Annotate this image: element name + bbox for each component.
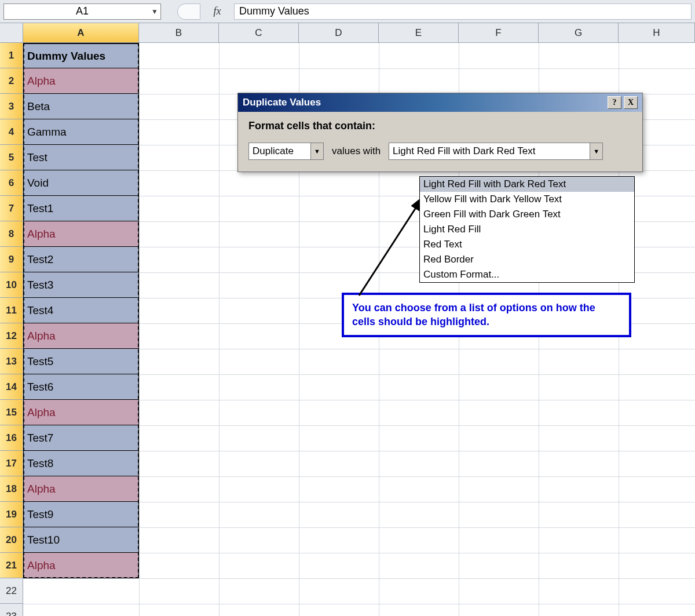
column-header-b[interactable]: B xyxy=(139,23,219,42)
cell-a6[interactable]: Void xyxy=(23,170,139,196)
cell-a2[interactable]: Alpha xyxy=(23,68,139,94)
cell-a12[interactable]: Alpha xyxy=(23,323,139,349)
column-header-c[interactable]: C xyxy=(219,23,299,42)
row-header-20[interactable]: 20 xyxy=(0,527,23,553)
format-option[interactable]: Red Border xyxy=(420,252,634,267)
select-all-corner[interactable] xyxy=(0,23,23,43)
format-option[interactable]: Green Fill with Dark Green Text xyxy=(420,207,634,222)
formula-bar-value: Dummy Values xyxy=(239,5,309,17)
row-header-5[interactable]: 5 xyxy=(0,145,23,170)
combo-type-value: Duplicate xyxy=(253,145,294,157)
cell-a7[interactable]: Test1 xyxy=(23,196,139,221)
formula-bar-row: A1 ▼ fx Dummy Values xyxy=(0,0,695,23)
duplicate-type-combo[interactable]: Duplicate ▼ xyxy=(248,143,324,160)
dialog-label-valueswith: values with xyxy=(332,145,381,157)
row-header-1[interactable]: 1 xyxy=(0,43,23,68)
cell-a5[interactable]: Test xyxy=(23,145,139,170)
cell-a3[interactable]: Beta xyxy=(23,94,139,119)
format-option[interactable]: Yellow Fill with Dark Yellow Text xyxy=(420,192,634,207)
row-header-13[interactable]: 13 xyxy=(0,349,23,374)
cell-a10[interactable]: Test3 xyxy=(23,272,139,298)
row-header-21[interactable]: 21 xyxy=(0,553,23,578)
dialog-close-button[interactable]: X xyxy=(624,96,638,109)
cell-a14[interactable]: Test6 xyxy=(23,374,139,400)
cell-a9[interactable]: Test2 xyxy=(23,247,139,272)
column-a-cells[interactable]: Dummy ValuesAlphaBetaGammaTestVoidTest1A… xyxy=(23,43,139,578)
cell-a4[interactable]: Gamma xyxy=(23,119,139,145)
column-header-f[interactable]: F xyxy=(459,23,539,42)
cell-a18[interactable]: Alpha xyxy=(23,476,139,502)
row-header-6[interactable]: 6 xyxy=(0,170,23,196)
row-header-15[interactable]: 15 xyxy=(0,400,23,425)
format-combo[interactable]: Light Red Fill with Dark Red Text ▼ xyxy=(389,143,603,160)
row-header-3[interactable]: 3 xyxy=(0,94,23,119)
row-header-17[interactable]: 17 xyxy=(0,451,23,476)
cancel-formula-button[interactable] xyxy=(177,3,200,20)
combo-format-value: Light Red Fill with Dark Red Text xyxy=(393,145,535,157)
format-option[interactable]: Light Red Fill xyxy=(420,222,634,237)
cell-a8[interactable]: Alpha xyxy=(23,221,139,247)
row-header-2[interactable]: 2 xyxy=(0,68,23,94)
row-header-11[interactable]: 11 xyxy=(0,298,23,323)
row-header-16[interactable]: 16 xyxy=(0,425,23,451)
cell-a16[interactable]: Test7 xyxy=(23,425,139,451)
row-header-18[interactable]: 18 xyxy=(0,476,23,502)
dialog-help-button[interactable]: ? xyxy=(608,96,621,109)
chevron-down-icon[interactable]: ▼ xyxy=(310,143,323,159)
row-header-4[interactable]: 4 xyxy=(0,119,23,145)
cell-a11[interactable]: Test4 xyxy=(23,298,139,323)
row-header-19[interactable]: 19 xyxy=(0,502,23,527)
row-header-7[interactable]: 7 xyxy=(0,196,23,221)
annotation-callout: You can choose from a list of options on… xyxy=(342,293,631,337)
format-option[interactable]: Red Text xyxy=(420,237,634,252)
spreadsheet-grid: ABCDEFGH 1234567891011121314151617181920… xyxy=(0,23,695,616)
row-header-12[interactable]: 12 xyxy=(0,323,23,349)
format-dropdown-list[interactable]: Light Red Fill with Dark Red TextYellow … xyxy=(419,176,635,283)
column-header-e[interactable]: E xyxy=(379,23,459,42)
name-box-value: A1 xyxy=(76,5,89,17)
cell-a20[interactable]: Test10 xyxy=(23,527,139,553)
dialog-body-header: Format cells that contain: xyxy=(248,120,632,132)
cell-a19[interactable]: Test9 xyxy=(23,502,139,527)
column-header-g[interactable]: G xyxy=(539,23,619,42)
chevron-down-icon[interactable]: ▼ xyxy=(590,143,602,159)
row-header-23[interactable]: 23 xyxy=(0,604,23,616)
dialog-titlebar[interactable]: Duplicate Values ? X xyxy=(238,93,642,112)
column-header-d[interactable]: D xyxy=(299,23,379,42)
dialog-title: Duplicate Values xyxy=(243,97,321,108)
chevron-down-icon[interactable]: ▼ xyxy=(151,8,158,16)
cell-a17[interactable]: Test8 xyxy=(23,451,139,476)
cell-a15[interactable]: Alpha xyxy=(23,400,139,425)
row-header-9[interactable]: 9 xyxy=(0,247,23,272)
fx-icon[interactable]: fx xyxy=(203,5,232,17)
column-header-h[interactable]: H xyxy=(619,23,695,42)
cell-a21[interactable]: Alpha xyxy=(23,553,139,578)
row-headers: 1234567891011121314151617181920212223 xyxy=(0,43,23,616)
annotation-text: You can choose from a list of options on… xyxy=(352,302,595,327)
cell-a1[interactable]: Dummy Values xyxy=(23,43,139,68)
name-box[interactable]: A1 ▼ xyxy=(3,3,161,20)
duplicate-values-dialog: Duplicate Values ? X Format cells that c… xyxy=(237,93,643,172)
row-header-8[interactable]: 8 xyxy=(0,221,23,247)
format-option[interactable]: Custom Format... xyxy=(420,267,634,282)
formula-bar[interactable]: Dummy Values xyxy=(234,3,692,20)
row-header-10[interactable]: 10 xyxy=(0,272,23,298)
column-header-a[interactable]: A xyxy=(23,23,139,42)
cell-a13[interactable]: Test5 xyxy=(23,349,139,374)
format-option[interactable]: Light Red Fill with Dark Red Text xyxy=(420,177,634,192)
column-headers: ABCDEFGH xyxy=(23,23,695,43)
row-header-22[interactable]: 22 xyxy=(0,578,23,604)
row-header-14[interactable]: 14 xyxy=(0,374,23,400)
